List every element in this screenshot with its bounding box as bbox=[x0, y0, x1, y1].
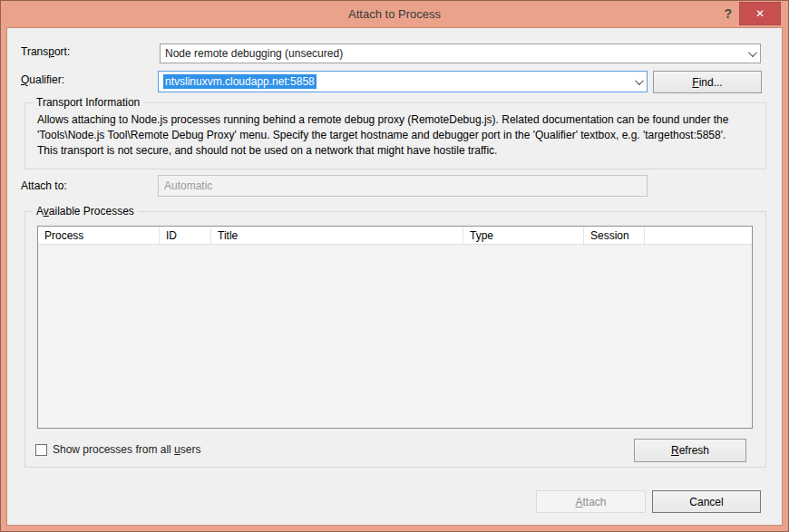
column-header-session[interactable]: Session bbox=[584, 227, 645, 244]
qualifier-dropdown-button[interactable] bbox=[629, 73, 646, 91]
qualifier-value[interactable]: ntvslinuxvm.cloudapp.net:5858 bbox=[163, 74, 317, 89]
help-button[interactable]: ? bbox=[724, 6, 732, 21]
transport-information-title: Transport Information bbox=[33, 96, 143, 109]
column-header-blank[interactable] bbox=[645, 227, 752, 244]
title-bar[interactable]: Attach to Process ? ✕ bbox=[1, 1, 788, 28]
column-header-id[interactable]: ID bbox=[160, 227, 211, 244]
dialog-title: Attach to Process bbox=[1, 7, 788, 21]
transport-dropdown-button[interactable] bbox=[743, 45, 759, 62]
transport-value: Node remote debugging (unsecured) bbox=[165, 47, 343, 60]
show-all-users-checkbox[interactable] bbox=[35, 444, 47, 456]
transport-label: Transport: bbox=[21, 45, 70, 58]
dialog-body: Transport: Node remote debugging (unsecu… bbox=[7, 28, 782, 525]
refresh-button[interactable]: Refresh bbox=[634, 439, 746, 462]
attach-to-process-dialog: Attach to Process ? ✕ Transport: Node re… bbox=[0, 0, 789, 532]
help-icon: ? bbox=[724, 6, 732, 21]
column-header-type[interactable]: Type bbox=[463, 227, 584, 244]
attach-to-field: Automatic bbox=[158, 175, 648, 197]
chevron-down-icon bbox=[634, 76, 643, 85]
close-icon: ✕ bbox=[755, 7, 765, 20]
show-all-users-label: Show processes from all users bbox=[53, 443, 200, 456]
attach-to-label: Attach to: bbox=[21, 179, 67, 192]
column-header-title[interactable]: Title bbox=[211, 227, 463, 244]
process-list-header: Process ID Title Type Session bbox=[38, 227, 752, 245]
attach-to-value: Automatic bbox=[164, 179, 212, 192]
chevron-down-icon bbox=[747, 48, 756, 57]
available-processes-title: Available Processes bbox=[33, 205, 138, 218]
cancel-button[interactable]: Cancel bbox=[652, 490, 761, 513]
transport-information-group: Transport Information Allows attaching t… bbox=[24, 102, 766, 169]
attach-button[interactable]: Attach bbox=[536, 490, 646, 513]
transport-information-text: Allows attaching to Node.js processes ru… bbox=[37, 112, 756, 159]
process-list[interactable]: Process ID Title Type Session bbox=[37, 226, 753, 429]
process-list-body[interactable] bbox=[38, 245, 752, 428]
close-button[interactable]: ✕ bbox=[739, 2, 781, 25]
find-button[interactable]: Find... bbox=[653, 71, 762, 93]
column-header-process[interactable]: Process bbox=[38, 227, 160, 244]
transport-combobox[interactable]: Node remote debugging (unsecured) bbox=[160, 44, 761, 63]
qualifier-label: Qualifier: bbox=[21, 73, 64, 86]
show-all-users-option[interactable]: Show processes from all users bbox=[35, 443, 200, 456]
qualifier-combobox[interactable]: ntvslinuxvm.cloudapp.net:5858 bbox=[158, 71, 648, 92]
